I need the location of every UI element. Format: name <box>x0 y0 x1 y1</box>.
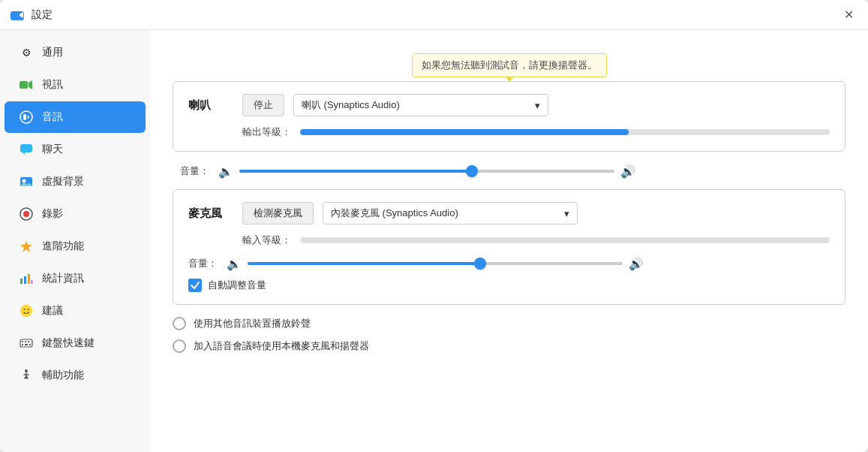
microphone-box: 麥克風 檢測麥克風 內裝麥克風 (Synaptics Audio) ▾ 輸入等級… <box>173 189 845 305</box>
microphone-volume-label: 音量： <box>188 257 218 270</box>
sidebar-item-suggest[interactable]: 建議 <box>5 295 146 327</box>
chat-icon <box>18 141 35 158</box>
sidebar-label-advanced: 進階功能 <box>42 240 84 253</box>
svg-rect-14 <box>24 276 26 284</box>
speaker-level-row: 輸出等級： <box>188 125 830 139</box>
sidebar-label-chat: 聊天 <box>42 143 63 156</box>
speaker-volume-label: 音量： <box>180 164 209 178</box>
output-level-fill <box>300 129 629 135</box>
speaker-box: 如果您無法聽到測試音，請更換揚聲器。 喇叭 停止 喇叭 (Synaptics A… <box>173 81 845 152</box>
advanced-icon <box>18 238 35 255</box>
input-level-label: 輸入等級： <box>242 234 291 247</box>
speaker-device-select[interactable]: 喇叭 (Synaptics Audio) ▾ <box>293 94 548 116</box>
svg-marker-3 <box>29 80 32 89</box>
output-level-bar <box>300 129 830 135</box>
sidebar-label-audio: 音訊 <box>42 110 63 124</box>
sidebar-label-video: 視訊 <box>42 78 63 92</box>
svg-rect-26 <box>29 344 31 345</box>
input-level-bar <box>300 237 830 243</box>
mic-slider-thumb[interactable] <box>474 258 486 270</box>
window-title: 設定 <box>32 8 838 22</box>
sidebar-label-keyboard: 鍵盤快速鍵 <box>42 336 95 350</box>
sidebar-item-audio[interactable]: 音訊 <box>5 101 146 133</box>
microphone-level-row: 輸入等級： <box>188 234 830 247</box>
volume-low-icon: 🔈 <box>218 164 233 179</box>
svg-rect-22 <box>25 341 26 342</box>
speaker-device-label: 喇叭 (Synaptics Audio) <box>302 98 400 112</box>
mic-volume-high-icon: 🔊 <box>629 257 644 271</box>
sidebar-label-virtual-bg: 虛擬背景 <box>42 175 84 188</box>
close-button[interactable]: ✕ <box>838 5 859 26</box>
speaker-volume-row: 音量： 🔈 🔊 <box>173 164 845 179</box>
microphone-volume-slider[interactable] <box>248 256 623 271</box>
svg-rect-20 <box>20 339 32 347</box>
svg-rect-21 <box>22 341 23 342</box>
sidebar-label-accessibility: 輔助功能 <box>42 369 84 382</box>
svg-rect-16 <box>32 280 32 284</box>
content-area: ⚙ 通用 視訊 音訊 聊天 <box>0 30 868 452</box>
microphone-test-button[interactable]: 檢測麥克風 <box>242 202 314 224</box>
svg-rect-2 <box>20 81 28 89</box>
ring-other-label: 使用其他音訊裝置播放鈴聲 <box>194 317 311 330</box>
svg-marker-12 <box>20 241 32 252</box>
chevron-down-icon-mic: ▾ <box>564 208 569 219</box>
audio-icon <box>18 109 35 125</box>
video-icon <box>18 77 35 93</box>
svg-rect-25 <box>25 344 28 345</box>
svg-rect-13 <box>20 279 23 284</box>
sidebar-label-general: 通用 <box>42 46 63 59</box>
output-level-label: 輸出等級： <box>242 125 291 139</box>
speaker-volume-slider[interactable] <box>239 164 614 179</box>
gear-icon: ⚙ <box>18 44 35 61</box>
speaker-slider-thumb[interactable] <box>466 165 478 177</box>
tooltip-bubble: 如果您無法聽到測試音，請更換揚聲器。 <box>412 53 607 77</box>
accessibility-icon <box>18 367 35 384</box>
svg-marker-6 <box>23 152 25 155</box>
stats-icon <box>18 270 35 287</box>
svg-point-27 <box>25 369 28 372</box>
microphone-row: 麥克風 檢測麥克風 內裝麥克風 (Synaptics Audio) ▾ <box>188 202 830 224</box>
mic-slider-fill <box>248 262 480 265</box>
microphone-device-label: 內裝麥克風 (Synaptics Audio) <box>331 206 458 220</box>
sidebar-item-stats[interactable]: 統計資訊 <box>5 263 146 294</box>
svg-rect-24 <box>22 344 23 345</box>
sidebar-item-recording[interactable]: 錄影 <box>5 198 146 230</box>
virtual-bg-icon <box>18 173 35 190</box>
svg-rect-15 <box>28 274 30 284</box>
recording-icon <box>18 206 35 222</box>
speaker-row: 喇叭 停止 喇叭 (Synaptics Audio) ▾ <box>188 94 830 116</box>
speaker-slider-track <box>239 170 614 173</box>
svg-point-17 <box>20 305 32 317</box>
mic-slider-track <box>248 262 623 265</box>
mic-volume-low-icon: 🔈 <box>227 257 242 271</box>
auto-adjust-label: 自動調整音量 <box>208 279 266 292</box>
sidebar-item-general[interactable]: ⚙ 通用 <box>5 37 146 68</box>
sidebar-item-video[interactable]: 視訊 <box>5 69 146 101</box>
microphone-device-select[interactable]: 內裝麥克風 (Synaptics Audio) ▾ <box>323 202 578 224</box>
svg-rect-5 <box>20 144 32 152</box>
sidebar-item-virtual-bg[interactable]: 虛擬背景 <box>5 166 146 197</box>
sidebar-label-suggest: 建議 <box>42 304 63 318</box>
svg-rect-23 <box>28 341 29 342</box>
auto-adjust-checkbox[interactable] <box>188 279 202 292</box>
microphone-volume-row: 音量： 🔈 🔊 <box>188 256 830 271</box>
use-computer-checkbox[interactable] <box>173 339 186 353</box>
microphone-label: 麥克風 <box>188 206 233 221</box>
sidebar-item-advanced[interactable]: 進階功能 <box>5 231 146 262</box>
main-content: 如果您無法聽到測試音，請更換揚聲器。 喇叭 停止 喇叭 (Synaptics A… <box>150 30 868 452</box>
settings-window: 設定 ✕ ⚙ 通用 視訊 音訊 <box>0 0 868 452</box>
sidebar-item-keyboard[interactable]: 鍵盤快速鍵 <box>5 327 146 359</box>
ring-other-checkbox[interactable] <box>173 317 186 330</box>
sidebar-label-recording: 錄影 <box>42 207 63 221</box>
speaker-test-button[interactable]: 停止 <box>242 94 284 116</box>
svg-point-19 <box>28 309 29 310</box>
use-computer-label: 加入語音會議時使用本機麥克風和揚聲器 <box>194 339 369 353</box>
sidebar-label-stats: 統計資訊 <box>42 272 84 285</box>
suggest-icon <box>18 303 35 319</box>
extra-option-computer: 加入語音會議時使用本機麥克風和揚聲器 <box>173 339 845 353</box>
speaker-slider-fill <box>239 170 472 173</box>
volume-high-icon: 🔊 <box>620 164 635 179</box>
sidebar-item-accessibility[interactable]: 輔助功能 <box>5 360 146 391</box>
keyboard-icon <box>18 335 35 351</box>
sidebar-item-chat[interactable]: 聊天 <box>5 134 146 165</box>
